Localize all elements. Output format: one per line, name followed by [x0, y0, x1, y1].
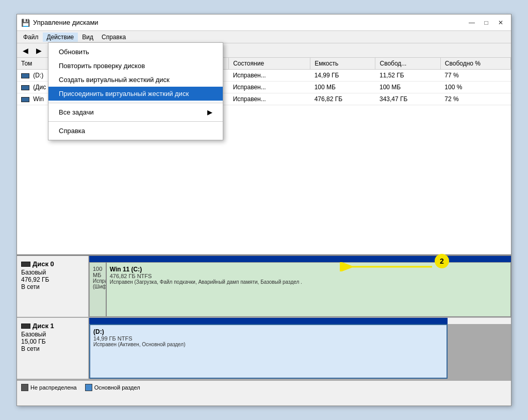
disk-1-partitions: (D:) 14,99 ГБ NTFS Исправен (Активен, Ос… — [89, 318, 511, 379]
menu-create-vhd[interactable]: Создать виртуальный жесткий диск — [48, 73, 223, 87]
col-header-freepct: Свободно % — [440, 58, 510, 70]
close-button[interactable]: ✕ — [494, 18, 507, 27]
maximize-button[interactable]: □ — [480, 18, 492, 27]
cell-freepct-0: 77 % — [440, 70, 510, 82]
col-header-free: Свобод... — [375, 58, 440, 70]
menu-refresh[interactable]: Обновить — [48, 45, 223, 59]
cell-status-1: Исправен... — [229, 82, 310, 93]
disk-map-area: Диск 0 Базовый 476,92 ГБ В сети 100 МБ И… — [17, 256, 511, 406]
menu-file[interactable]: Файл — [19, 33, 43, 42]
legend-unalloc: Не распределена — [21, 384, 77, 391]
disk-row-1: Диск 1 Базовый 15,00 ГБ В сети (D:) 14,9… — [17, 318, 511, 380]
cell-free-1: 100 МБ — [375, 82, 440, 93]
title-left: 💾 Управление дисками — [21, 19, 98, 27]
cell-freepct-1: 100 % — [440, 82, 510, 93]
menu-rescan[interactable]: Повторить проверку дисков — [48, 59, 223, 73]
disk-0-part-0[interactable]: 100 МБ Исправен (Шифрованный — [89, 262, 106, 317]
menu-help-item[interactable]: Справка — [48, 124, 223, 138]
cell-capacity-1: 100 МБ — [310, 82, 375, 93]
cell-status-0: Исправен... — [229, 70, 310, 82]
menu-action[interactable]: Действие — [43, 33, 78, 42]
menu-attach-vhd[interactable]: Присоединить виртуальный жесткий диск — [48, 87, 223, 101]
disk-0-label: Диск 0 Базовый 476,92 ГБ В сети — [17, 256, 89, 317]
col-header-capacity: Емкость — [310, 58, 375, 70]
disk-icon-1 — [21, 85, 29, 90]
cell-free-2: 343,47 ГБ — [375, 93, 440, 105]
disk-1-part-0[interactable]: (D:) 14,99 ГБ NTFS Исправен (Активен, Ос… — [89, 324, 448, 379]
minimize-button[interactable]: — — [466, 18, 478, 27]
menu-view[interactable]: Вид — [78, 33, 97, 42]
disk-0-part-1[interactable]: Win 11 (C:) 476,82 ГБ NTFS Исправен (Заг… — [106, 262, 511, 317]
col-header-status: Состояние — [229, 58, 310, 70]
window-icon: 💾 — [21, 19, 30, 27]
legend-bar: Не распределена Основной раздел — [17, 380, 511, 394]
cell-capacity-0: 14,99 ГБ — [310, 70, 375, 82]
back-button[interactable]: ◀ — [19, 45, 31, 56]
menu-bar-wrapper: Файл Действие Вид Справка Обновить Повто… — [17, 31, 511, 43]
menu-help[interactable]: Справка — [97, 33, 130, 42]
disk-0-bar — [89, 256, 511, 262]
action-dropdown: Обновить Повторить проверку дисков Созда… — [48, 42, 223, 140]
title-controls: — □ ✕ — [466, 18, 507, 27]
legend-primary-box — [85, 384, 92, 391]
disk-icon-2 — [21, 97, 29, 102]
forward-button[interactable]: ▶ — [32, 45, 45, 56]
cell-freepct-2: 72 % — [440, 93, 510, 105]
disk-1-unalloc — [448, 324, 511, 379]
disk-0-parts-row: 100 МБ Исправен (Шифрованный Win 11 (C:)… — [89, 262, 511, 317]
disk-row-0: Диск 0 Базовый 476,92 ГБ В сети 100 МБ И… — [17, 256, 511, 318]
disk-0-icon — [21, 262, 30, 267]
disk-0-partitions: 100 МБ Исправен (Шифрованный Win 11 (C:)… — [89, 256, 511, 317]
window-title: Управление дисками — [33, 19, 98, 26]
legend-unalloc-box — [21, 384, 28, 391]
disk-1-icon — [21, 324, 30, 329]
disk-icon-0 — [21, 73, 29, 78]
cell-free-0: 11,52 ГБ — [375, 70, 440, 82]
menu-separator-2 — [48, 121, 223, 122]
menu-bar: Файл Действие Вид Справка — [17, 31, 511, 43]
menu-all-tasks[interactable]: Все задачи ▶ — [48, 105, 223, 119]
cell-status-2: Исправен... — [229, 93, 310, 105]
main-window: 💾 Управление дисками — □ ✕ Файл Действие… — [16, 14, 512, 406]
disk-1-label: Диск 1 Базовый 15,00 ГБ В сети — [17, 318, 89, 379]
cell-capacity-2: 476,82 ГБ — [310, 93, 375, 105]
submenu-arrow-icon: ▶ — [207, 108, 212, 116]
legend-primary: Основной раздел — [85, 384, 140, 391]
title-bar: 💾 Управление дисками — □ ✕ — [17, 14, 511, 31]
menu-separator-1 — [48, 103, 223, 103]
disk-1-bar — [89, 318, 448, 324]
disk-1-parts-row: (D:) 14,99 ГБ NTFS Исправен (Активен, Ос… — [89, 324, 511, 379]
